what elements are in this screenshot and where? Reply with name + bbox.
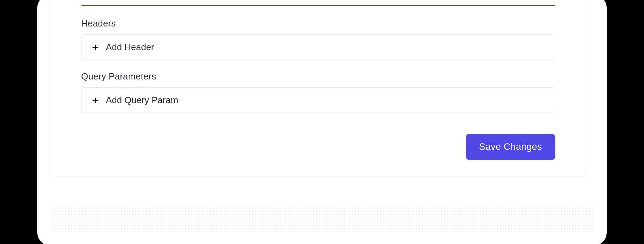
plus-icon [91,43,100,52]
form-card: Headers Add Header Query Parameters Add … [50,0,586,176]
add-query-param-button-label: Add Query Param [106,95,178,106]
query-params-section-label: Query Parameters [81,71,555,82]
add-query-param-button[interactable]: Add Query Param [81,87,555,113]
add-header-button-label: Add Header [106,42,154,53]
form-footer: Save Changes [81,134,555,160]
save-changes-button[interactable]: Save Changes [466,134,555,160]
headers-section-label: Headers [81,18,555,29]
accent-divider [81,5,555,6]
plus-icon [91,96,100,105]
dotted-background [50,205,594,232]
add-header-button[interactable]: Add Header [81,35,555,60]
page-container: Headers Add Header Query Parameters Add … [37,0,607,244]
